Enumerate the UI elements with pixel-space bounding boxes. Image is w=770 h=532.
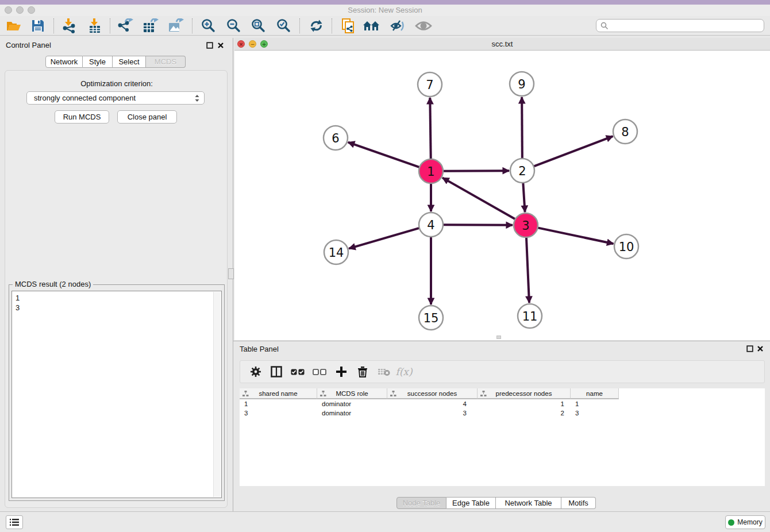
select-all-button[interactable] bbox=[288, 361, 307, 383]
close-panel-icon[interactable] bbox=[217, 42, 224, 49]
cell-mcds-role[interactable]: dominator bbox=[317, 399, 387, 408]
edge-1-2[interactable] bbox=[443, 171, 509, 171]
zoom-selected-button[interactable] bbox=[275, 17, 293, 34]
delete-row-button[interactable] bbox=[353, 361, 372, 383]
mcds-result-textarea[interactable]: 1 3 bbox=[11, 291, 222, 498]
cell-predecessor-nodes[interactable]: 1 bbox=[478, 399, 571, 408]
column-header-shared-name[interactable]: shared name bbox=[240, 388, 317, 399]
column-label: shared name bbox=[259, 390, 297, 397]
toolbar-separator bbox=[332, 18, 332, 33]
cell-successor-nodes[interactable]: 3 bbox=[387, 408, 478, 418]
tab-edge-table[interactable]: Edge Table bbox=[446, 497, 496, 509]
edge-2-3[interactable] bbox=[523, 183, 525, 212]
edge-3-11[interactable] bbox=[526, 237, 529, 303]
svg-text:2: 2 bbox=[518, 164, 526, 178]
export-network-button[interactable] bbox=[116, 17, 134, 34]
tab-network[interactable]: Network bbox=[45, 56, 83, 68]
column-header-mcds-role[interactable]: MCDS role bbox=[317, 388, 387, 399]
edge-3-10[interactable] bbox=[538, 228, 614, 244]
network-window-grip[interactable] bbox=[496, 336, 501, 339]
hide-selected-button[interactable] bbox=[388, 17, 407, 34]
graph-node-6[interactable]: 6 bbox=[324, 126, 348, 150]
clone-network-button[interactable] bbox=[339, 17, 357, 34]
svg-text:1: 1 bbox=[427, 165, 434, 179]
apply-function-button[interactable]: f(x) bbox=[394, 361, 414, 383]
edge-2-9[interactable] bbox=[522, 97, 522, 159]
table-settings-button[interactable] bbox=[246, 361, 265, 383]
graph-node-15[interactable]: 15 bbox=[419, 306, 443, 330]
tab-mcds[interactable]: MCDS bbox=[146, 56, 186, 68]
cell-successor-nodes[interactable]: 4 bbox=[387, 399, 478, 408]
graph-node-1[interactable]: 1 bbox=[419, 159, 443, 183]
search-input[interactable] bbox=[609, 21, 752, 30]
edge-4-14[interactable] bbox=[349, 228, 419, 249]
column-label: successor nodes bbox=[407, 390, 457, 397]
splitter-grip[interactable] bbox=[228, 268, 234, 279]
task-history-button[interactable] bbox=[6, 515, 23, 529]
tab-node-table[interactable]: Node Table bbox=[396, 497, 446, 509]
graph-node-11[interactable]: 11 bbox=[518, 304, 542, 328]
add-row-button[interactable] bbox=[332, 361, 351, 383]
graph-node-9[interactable]: 9 bbox=[510, 72, 534, 96]
graph-node-2[interactable]: 2 bbox=[510, 159, 534, 183]
search-box[interactable] bbox=[596, 19, 764, 32]
first-neighbors-button[interactable] bbox=[363, 17, 381, 34]
network-graph-canvas[interactable]: 7968124314101511 bbox=[234, 51, 770, 340]
table-panel-tabs: Node TableEdge TableNetwork TableMotifs bbox=[396, 497, 596, 509]
table-row[interactable]: 1dominator411 bbox=[240, 399, 765, 408]
edge-3-1[interactable] bbox=[442, 178, 515, 219]
close-panel-button[interactable]: Close panel bbox=[117, 110, 177, 124]
save-session-button[interactable] bbox=[29, 17, 47, 34]
import-network-button[interactable] bbox=[60, 17, 78, 34]
cell-shared-name[interactable]: 3 bbox=[240, 408, 317, 418]
network-window-titlebar[interactable]: × − + scc.txt bbox=[234, 38, 770, 51]
cell-predecessor-nodes[interactable]: 2 bbox=[478, 408, 571, 418]
svg-text:14: 14 bbox=[329, 246, 344, 260]
edge-2-8[interactable] bbox=[534, 136, 613, 166]
export-table-button[interactable] bbox=[141, 17, 160, 34]
table-row[interactable]: 3dominator323 bbox=[240, 408, 765, 418]
cell-name[interactable]: 3 bbox=[571, 408, 619, 418]
show-all-button[interactable] bbox=[414, 17, 433, 34]
tab-network-table[interactable]: Network Table bbox=[496, 497, 561, 509]
zoom-fit-button[interactable] bbox=[249, 17, 268, 34]
float-table-panel-icon[interactable] bbox=[746, 345, 753, 352]
delete-table-button[interactable] bbox=[374, 361, 394, 383]
memory-button[interactable]: Memory bbox=[725, 515, 765, 529]
graph-node-14[interactable]: 14 bbox=[324, 240, 348, 264]
float-panel-icon[interactable] bbox=[206, 42, 213, 49]
graph-node-4[interactable]: 4 bbox=[419, 213, 443, 237]
column-header-successor-nodes[interactable]: successor nodes bbox=[387, 388, 478, 399]
graph-node-8[interactable]: 8 bbox=[613, 119, 637, 144]
cell-shared-name[interactable]: 1 bbox=[240, 399, 317, 408]
import-table-button[interactable] bbox=[86, 17, 104, 34]
result-scrollbar[interactable] bbox=[213, 292, 221, 497]
graph-node-10[interactable]: 10 bbox=[614, 234, 638, 259]
export-image-button[interactable] bbox=[167, 17, 185, 34]
deselect-all-button[interactable] bbox=[310, 361, 329, 383]
export-network-icon bbox=[117, 18, 133, 33]
column-header-predecessor-nodes[interactable]: predecessor nodes bbox=[478, 388, 571, 399]
memory-label: Memory bbox=[737, 518, 762, 526]
zoom-out-button[interactable] bbox=[225, 17, 243, 34]
cell-mcds-role[interactable]: dominator bbox=[317, 408, 387, 418]
run-mcds-button[interactable]: Run MCDS bbox=[55, 110, 109, 124]
edge-1-7[interactable] bbox=[430, 98, 430, 159]
tab-style[interactable]: Style bbox=[83, 56, 113, 68]
tab-motifs[interactable]: Motifs bbox=[561, 497, 596, 509]
close-table-panel-icon[interactable] bbox=[757, 345, 764, 352]
table-columns-button[interactable] bbox=[267, 361, 286, 383]
zoom-in-button[interactable] bbox=[199, 17, 218, 34]
edge-1-6[interactable] bbox=[348, 142, 419, 167]
graph-node-7[interactable]: 7 bbox=[418, 72, 442, 97]
edge-4-3[interactable] bbox=[443, 225, 513, 225]
refresh-button[interactable] bbox=[307, 17, 325, 34]
optimization-criterion-select[interactable]: strongly connected component bbox=[26, 91, 205, 105]
tab-select[interactable]: Select bbox=[113, 56, 146, 68]
cell-name[interactable]: 1 bbox=[571, 399, 619, 408]
open-session-button[interactable] bbox=[5, 17, 23, 34]
column-header-name[interactable]: name bbox=[571, 388, 619, 399]
svg-text:4: 4 bbox=[427, 218, 434, 232]
table-panel-divider bbox=[233, 341, 770, 341]
graph-node-3[interactable]: 3 bbox=[514, 213, 538, 237]
